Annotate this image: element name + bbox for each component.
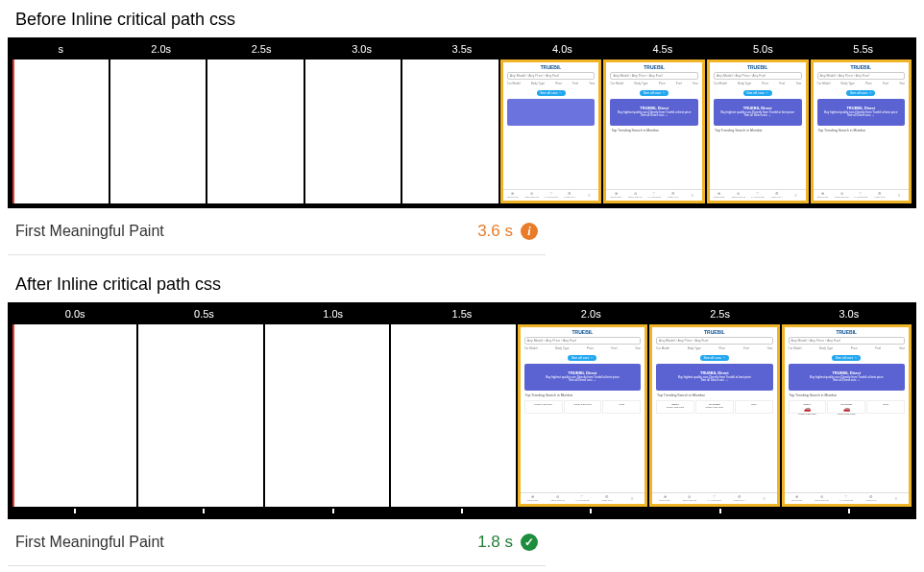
frame-partial: TRUEBIL Any Model › Any Price › Any Fuel…	[500, 60, 602, 203]
after-fmp-row: First Meaningful Paint 1.8 s ✓	[8, 519, 546, 566]
trend-card[interactable]: Under 5.00 Lakh	[564, 400, 602, 414]
frame-painted: TRUEBIL Any Model › Any Price › Any Fuel…	[518, 324, 647, 507]
after-title: After Inline critical path css	[15, 274, 916, 295]
metric-label: First Meaningful Paint	[15, 534, 477, 551]
tab[interactable]: Car Model	[507, 83, 521, 86]
frame-painted: TRUEBIL Any Model › Any Price › Any Fuel…	[707, 60, 809, 203]
frame-painted: TRUEBIL Any Model › Any Price › Any Fuel…	[782, 324, 912, 507]
check-icon: ✓	[521, 534, 538, 551]
time-tick: 4.0s	[512, 40, 612, 58]
frame-blank	[12, 60, 109, 203]
before-frames: TRUEBIL Any Model › Any Price › Any Fuel…	[11, 58, 913, 205]
after-frames: TRUEBIL Any Model › Any Price › Any Fuel…	[11, 322, 913, 509]
trend-card[interactable]: Under 3.00 Lakh	[524, 400, 563, 414]
frame-blank	[265, 324, 389, 507]
before-timescale: s 2.0s 2.5s 3.0s 3.5s 4.0s 4.5s 5.0s 5.5…	[11, 40, 913, 58]
tab[interactable]: Price	[555, 83, 562, 86]
time-tick: 5.0s	[713, 40, 813, 58]
time-tick: 1.5s	[398, 305, 526, 322]
time-tick: 0.5s	[139, 305, 268, 322]
before-title: Before Inline critical path css	[15, 10, 916, 30]
time-tick: 2.0s	[526, 305, 655, 322]
frame-blank	[402, 60, 498, 203]
frame-blank	[110, 60, 207, 203]
nav-menu[interactable]: ≡	[579, 190, 598, 201]
before-fmp-row: First Meaningful Paint 3.6 s i	[8, 208, 546, 255]
tab[interactable]: Year	[589, 83, 595, 86]
after-filmstrip: 0.0s 0.5s 1.0s 1.5s 2.0s 2.5s 3.0s TRUEB…	[8, 302, 916, 519]
frame-blank	[391, 324, 515, 507]
tab[interactable]: Body Type	[531, 83, 545, 86]
metric-value: 3.6 s	[477, 222, 513, 241]
bottom-ticks	[11, 509, 913, 516]
after-timescale: 0.0s 0.5s 1.0s 1.5s 2.0s 2.5s 3.0s	[11, 305, 913, 322]
before-filmstrip: s 2.0s 2.5s 3.0s 3.5s 4.0s 4.5s 5.0s 5.5…	[8, 37, 916, 208]
frame-blank	[138, 324, 262, 507]
metric-label: First Meaningful Paint	[15, 223, 477, 240]
search-input[interactable]: Any Model › Any Price › Any Fuel	[507, 72, 596, 80]
info-icon[interactable]: i	[521, 223, 538, 240]
frame-painted: TRUEBIL Any Model › Any Price › Any Fuel…	[811, 60, 912, 203]
frame-painted: TRUEBIL Any Model › Any Price › Any Fuel…	[603, 60, 705, 203]
time-tick: s	[11, 40, 110, 58]
time-tick: 2.0s	[110, 40, 210, 58]
trend-card[interactable]: Unde	[602, 400, 641, 414]
nav-premium[interactable]: ⚙PREMIUM	[561, 190, 580, 201]
banner-loading	[507, 99, 596, 126]
frame-blank	[207, 60, 304, 203]
time-tick: 1.0s	[269, 305, 398, 322]
time-tick: 3.5s	[412, 40, 512, 58]
time-tick: 2.5s	[655, 305, 784, 322]
nav-browse[interactable]: ⊕BROWSE	[503, 190, 523, 201]
metric-value: 1.8 s	[477, 533, 513, 552]
frame-blank	[305, 60, 401, 203]
time-tick: 3.0s	[785, 305, 913, 322]
nav-favourite[interactable]: ♡FAVOURITE	[542, 190, 561, 201]
frame-painted: TRUEBIL Any Model › Any Price › Any Fuel…	[649, 324, 779, 507]
time-tick: 4.5s	[613, 40, 713, 58]
time-tick: 3.0s	[311, 40, 411, 58]
cta-button[interactable]: See all cars →	[537, 90, 566, 96]
time-tick: 2.5s	[211, 40, 311, 58]
frame-blank	[12, 324, 136, 507]
nav-testdrive[interactable]: ⊘TEST DRIVE	[523, 190, 542, 201]
time-tick: 5.5s	[814, 40, 913, 58]
time-tick: 0.0s	[11, 305, 139, 322]
tab[interactable]: Fuel	[572, 83, 578, 86]
app-logo: TRUEBIL	[505, 64, 597, 70]
